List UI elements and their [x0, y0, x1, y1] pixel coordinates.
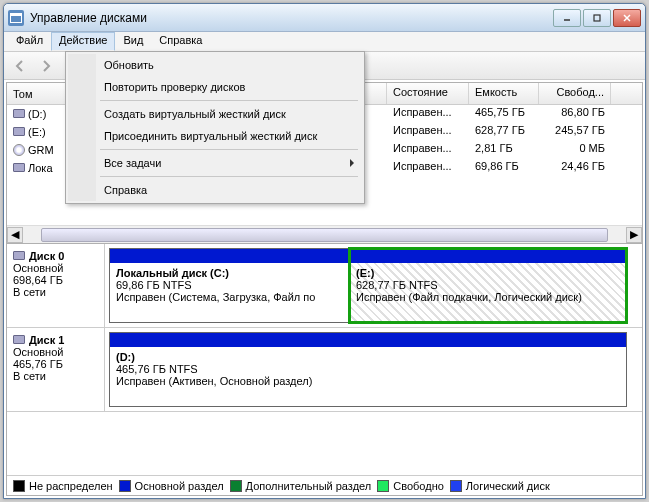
dd-refresh[interactable]: Обновить [96, 54, 362, 76]
menu-action[interactable]: Действие [51, 32, 115, 51]
disk-partitions: Локальный диск (C:)69,86 ГБ NTFSИсправен… [105, 244, 642, 327]
menu-file[interactable]: Файл [8, 32, 51, 51]
swatch-unallocated [13, 480, 25, 492]
disk-label[interactable]: Диск 0Основной698,64 ГБВ сети [7, 244, 105, 327]
menu-view[interactable]: Вид [115, 32, 151, 51]
col-capacity[interactable]: Емкость [469, 83, 539, 104]
partition[interactable]: (D:)465,76 ГБ NTFSИсправен (Активен, Осн… [109, 332, 627, 407]
partition-header [110, 333, 626, 347]
menu-help[interactable]: Справка [151, 32, 210, 51]
swatch-primary [119, 480, 131, 492]
titlebar[interactable]: Управление дисками [4, 4, 645, 32]
action-dropdown: Обновить Повторить проверку дисков Созда… [65, 51, 365, 204]
disk-management-window: Управление дисками Файл Действие Вид Спр… [3, 3, 646, 499]
disk-row: Диск 1Основной465,76 ГБВ сети(D:)465,76 … [7, 328, 642, 412]
close-button[interactable] [613, 9, 641, 27]
disk-partitions: (D:)465,76 ГБ NTFSИсправен (Активен, Осн… [105, 328, 642, 411]
menubar: Файл Действие Вид Справка Обновить Повто… [4, 32, 645, 52]
dd-help[interactable]: Справка [96, 179, 362, 201]
legend-unallocated: Не распределен [13, 480, 113, 492]
col-free[interactable]: Свобод... [539, 83, 611, 104]
maximize-button[interactable] [583, 9, 611, 27]
drive-icon [13, 108, 25, 120]
app-icon [8, 10, 24, 26]
legend-logical: Логический диск [450, 480, 550, 492]
window-title: Управление дисками [30, 11, 551, 25]
dd-separator [100, 100, 358, 101]
legend-extended: Дополнительный раздел [230, 480, 372, 492]
scroll-right-icon[interactable]: ▶ [626, 227, 642, 243]
disk-layout-pane: Диск 0Основной698,64 ГБВ сетиЛокальный д… [7, 243, 642, 475]
drive-icon [13, 126, 25, 138]
svg-rect-1 [594, 15, 600, 21]
legend: Не распределен Основной раздел Дополните… [7, 475, 642, 495]
scroll-left-icon[interactable]: ◀ [7, 227, 23, 243]
legend-primary: Основной раздел [119, 480, 224, 492]
partition-header [350, 249, 626, 263]
drive-icon [13, 250, 25, 262]
drive-icon [13, 162, 25, 174]
scroll-thumb[interactable] [41, 228, 608, 242]
dd-all-tasks-label: Все задачи [104, 157, 161, 169]
col-volume[interactable]: Том [7, 83, 67, 104]
swatch-freespace [377, 480, 389, 492]
col-state[interactable]: Состояние [387, 83, 469, 104]
partition[interactable]: Локальный диск (C:)69,86 ГБ NTFSИсправен… [109, 248, 349, 323]
partition-header [110, 249, 348, 263]
dd-attach-vhd[interactable]: Присоединить виртуальный жесткий диск [96, 125, 362, 147]
horizontal-scrollbar[interactable]: ◀ ▶ [7, 225, 642, 243]
minimize-button[interactable] [553, 9, 581, 27]
disk-label[interactable]: Диск 1Основной465,76 ГБВ сети [7, 328, 105, 411]
legend-freespace: Свободно [377, 480, 444, 492]
swatch-extended [230, 480, 242, 492]
swatch-logical [450, 480, 462, 492]
dd-all-tasks[interactable]: Все задачи [96, 152, 362, 174]
submenu-arrow-icon [350, 159, 354, 167]
dd-separator [100, 176, 358, 177]
dd-create-vhd[interactable]: Создать виртуальный жесткий диск [96, 103, 362, 125]
drive-icon [13, 334, 25, 346]
back-button[interactable] [10, 56, 30, 76]
disk-row: Диск 0Основной698,64 ГБВ сетиЛокальный д… [7, 244, 642, 328]
partition[interactable]: (E:)628,77 ГБ NTFSИсправен (Файл подкачк… [349, 248, 627, 323]
dd-separator [100, 149, 358, 150]
forward-button[interactable] [36, 56, 56, 76]
disc-icon [13, 144, 25, 156]
dd-rescan[interactable]: Повторить проверку дисков [96, 76, 362, 98]
